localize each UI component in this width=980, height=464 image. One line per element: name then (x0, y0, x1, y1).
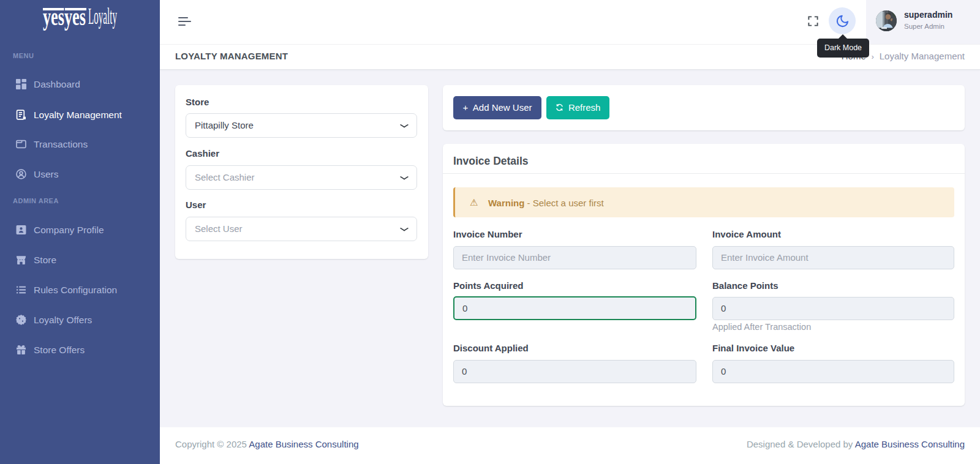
svg-text:Loyalty: Loyalty (88, 4, 117, 29)
svg-text:yesyes: yesyes (43, 2, 86, 31)
